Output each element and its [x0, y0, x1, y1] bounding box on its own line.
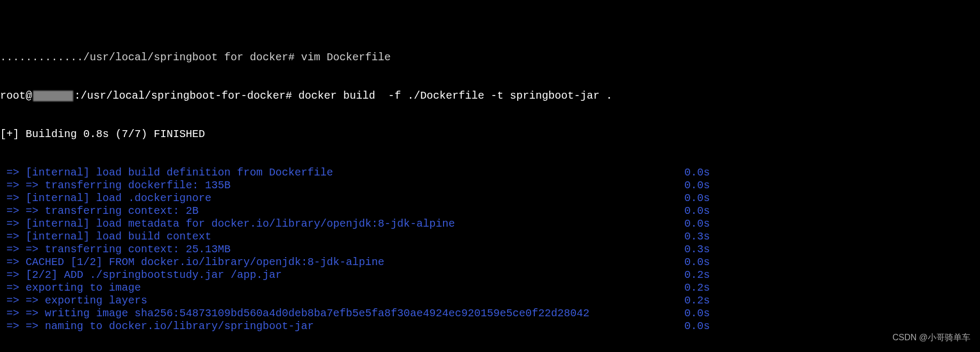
step-time: 0.0s — [684, 166, 710, 179]
step-time: 0.2s — [684, 269, 710, 282]
build-step: => [internal] load .dockerignore0.0s — [0, 192, 710, 205]
step-text: => => writing image sha256:54873109bd560… — [0, 307, 589, 320]
building-status: [+] Building 0.8s (7/7) FINISHED — [0, 128, 980, 141]
step-text: => [internal] load build context — [0, 230, 211, 243]
step-text: => exporting to image — [0, 282, 141, 294]
truncated-line: ............./usr/local/springboot for d… — [0, 51, 980, 64]
build-step: => => transferring context: 25.13MB0.3s — [0, 243, 710, 256]
step-text: => => naming to docker.io/library/spring… — [0, 320, 314, 333]
prompt-cmd: docker build -f ./Dockerfile -t springbo… — [292, 90, 612, 102]
step-text: => => exporting layers — [0, 294, 147, 307]
step-text: => [internal] load .dockerignore — [0, 192, 211, 205]
prompt-user: root@ — [0, 90, 32, 102]
build-step: => => writing image sha256:54873109bd560… — [0, 307, 710, 320]
hostname-smudge — [33, 91, 73, 101]
step-time: 0.3s — [684, 243, 710, 256]
build-step: => => exporting layers0.2s — [0, 294, 710, 307]
step-text: => => transferring context: 2B — [0, 205, 199, 218]
build-step: => [internal] load build context0.3s — [0, 230, 710, 243]
build-step: => => naming to docker.io/library/spring… — [0, 320, 710, 333]
step-time: 0.2s — [684, 282, 710, 294]
step-time: 0.3s — [684, 230, 710, 243]
prompt-path: :/usr/local/springboot-for-docker# — [74, 90, 292, 102]
build-step: => [internal] load metadata for docker.i… — [0, 218, 710, 230]
step-time: 0.0s — [684, 205, 710, 218]
build-steps: => [internal] load build definition from… — [0, 166, 980, 333]
step-text: => [internal] load build definition from… — [0, 166, 333, 179]
step-text: => CACHED [1/2] FROM docker.io/library/o… — [0, 256, 384, 269]
step-time: 0.0s — [684, 218, 710, 230]
step-time: 0.0s — [684, 320, 710, 333]
step-time: 0.2s — [684, 294, 710, 307]
watermark: CSDN @小哥骑单车 — [892, 332, 970, 342]
step-text: => => transferring dockerfile: 135B — [0, 179, 231, 192]
build-step: => => transferring context: 2B0.0s — [0, 205, 710, 218]
step-text: => [internal] load metadata for docker.i… — [0, 218, 455, 230]
build-step: => CACHED [1/2] FROM docker.io/library/o… — [0, 256, 710, 269]
prompt-build[interactable]: root@:/usr/local/springboot-for-docker# … — [0, 90, 980, 102]
step-time: 0.0s — [684, 192, 710, 205]
build-step: => exporting to image0.2s — [0, 282, 710, 294]
step-time: 0.0s — [684, 179, 710, 192]
step-time: 0.0s — [684, 307, 710, 320]
build-step: => => transferring dockerfile: 135B0.0s — [0, 179, 710, 192]
build-step: => [internal] load build definition from… — [0, 166, 710, 179]
step-text: => => transferring context: 25.13MB — [0, 243, 231, 256]
step-time: 0.0s — [684, 256, 710, 269]
step-text: => [2/2] ADD ./springbootstudy.jar /app.… — [0, 269, 282, 282]
build-step: => [2/2] ADD ./springbootstudy.jar /app.… — [0, 269, 710, 282]
